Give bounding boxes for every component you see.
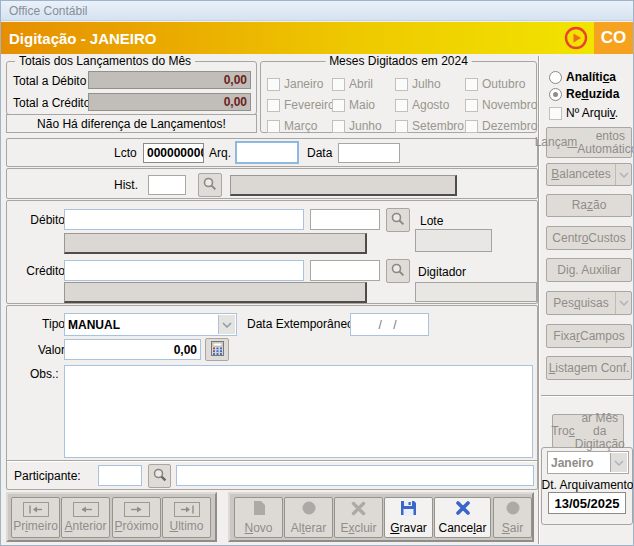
participante-separator bbox=[7, 460, 537, 462]
fixar-campos-button[interactable]: Fixar Campos bbox=[546, 324, 632, 348]
checkbox-month-agosto[interactable]: Agosto bbox=[395, 98, 449, 112]
debit-search-button[interactable] bbox=[386, 208, 410, 232]
balance-status: Não Há diferença de Lançamentos! bbox=[6, 114, 257, 133]
checkbox-month-marco[interactable]: Março bbox=[267, 119, 317, 133]
checkbox-icon bbox=[332, 78, 345, 91]
search-icon bbox=[152, 467, 168, 486]
credit-label: Crédito bbox=[21, 264, 65, 278]
edit-record-icon bbox=[301, 500, 317, 519]
participante-code-input[interactable] bbox=[98, 465, 142, 486]
radio-selected-icon bbox=[549, 88, 562, 101]
data-input[interactable] bbox=[338, 143, 400, 163]
cancel-icon bbox=[455, 500, 471, 519]
checkbox-month-novembro[interactable]: Novembro bbox=[465, 98, 537, 112]
debit-credit-panel: Débito Lote Crédito Digitador bbox=[6, 200, 538, 304]
checkbox-icon bbox=[267, 120, 280, 133]
checkbox-month-fevereiro[interactable]: Fevereiro bbox=[267, 98, 335, 112]
month-select[interactable]: Janeiro bbox=[547, 451, 629, 474]
arq-label: Arq. bbox=[209, 146, 231, 160]
alterar-button[interactable]: Alterar bbox=[284, 497, 333, 538]
obs-textarea[interactable] bbox=[64, 365, 533, 458]
checkbox-month-abril[interactable]: Abril bbox=[332, 77, 373, 91]
months-legend: Meses Digitados em 2024 bbox=[325, 54, 472, 68]
radio-analitica[interactable]: Analítica bbox=[549, 70, 616, 84]
checkbox-month-julho[interactable]: Julho bbox=[395, 77, 441, 91]
lote-label: Lote bbox=[420, 214, 443, 228]
dt-arquivamento-label: Dt. Arquivamento bbox=[541, 478, 634, 492]
proximo-button[interactable]: Próximo bbox=[112, 497, 161, 538]
checkbox-month-janeiro[interactable]: Janeiro bbox=[267, 77, 323, 91]
lote-field bbox=[415, 229, 492, 252]
lcto-panel: Lcto 0000000002 Arq. Data bbox=[6, 138, 538, 167]
checkbox-icon bbox=[549, 107, 562, 120]
credit-account-input[interactable] bbox=[64, 260, 304, 281]
anterior-button[interactable]: Anterior bbox=[61, 497, 110, 538]
sair-button[interactable]: Sair bbox=[493, 497, 532, 538]
next-record-icon bbox=[124, 502, 150, 517]
participante-name-input[interactable] bbox=[176, 465, 534, 486]
credit-code-input[interactable] bbox=[310, 260, 380, 281]
obs-label: Obs.: bbox=[30, 367, 59, 381]
chevron-down-icon[interactable] bbox=[615, 292, 631, 314]
record-nav-group: Primeiro Anterior Próximo Ultimo bbox=[6, 492, 217, 542]
valor-calculator-button[interactable] bbox=[205, 338, 229, 361]
search-icon bbox=[390, 211, 406, 230]
checkbox-num-arquiv[interactable]: Nº Arquiv. bbox=[549, 106, 618, 120]
totals-legend: Totais dos Lançamentos do Mês bbox=[15, 54, 195, 68]
play-icon[interactable] bbox=[564, 26, 588, 50]
total-debit-label: Total a Débito bbox=[13, 74, 86, 88]
total-credit-label: Total a Crédito bbox=[13, 96, 90, 110]
tipo-select[interactable]: MANUAL bbox=[64, 313, 237, 336]
radio-reduzida[interactable]: Reduzida bbox=[549, 87, 619, 101]
lcto-label: Lcto bbox=[114, 146, 137, 160]
cancelar-button[interactable]: Cancelar bbox=[434, 497, 491, 538]
checkbox-month-junho[interactable]: Junho bbox=[332, 119, 382, 133]
chevron-down-icon[interactable] bbox=[218, 315, 235, 334]
trocar-mes-button[interactable]: Trocar Mês da Digitação bbox=[552, 414, 624, 448]
debit-account-input[interactable] bbox=[64, 209, 304, 230]
credit-search-button[interactable] bbox=[386, 259, 410, 283]
valor-label: Valor bbox=[31, 343, 65, 357]
tipo-label: Tipo bbox=[35, 317, 65, 331]
balancetes-button[interactable]: Balancetes bbox=[546, 163, 632, 186]
dig-auxiliar-button[interactable]: Dig. Auxiliar bbox=[546, 258, 632, 282]
pesquisas-button[interactable]: Pesquisas bbox=[546, 291, 632, 315]
checkbox-icon bbox=[465, 78, 478, 91]
lancamentos-automaticos-button[interactable]: Lançamentos Automáticos bbox=[546, 127, 632, 158]
participante-search-button[interactable] bbox=[148, 464, 171, 488]
primeiro-button[interactable]: Primeiro bbox=[11, 497, 60, 538]
checkbox-month-dezembro[interactable]: Dezembro bbox=[465, 119, 537, 133]
listagem-conf-button[interactable]: Listagem Conf. bbox=[546, 356, 632, 380]
window-title: Office Contábil bbox=[9, 4, 88, 18]
arq-input[interactable] bbox=[235, 141, 299, 164]
tipo-value: MANUAL bbox=[68, 318, 120, 332]
num-arquiv-label: Nº Arquiv. bbox=[566, 106, 618, 120]
save-icon bbox=[400, 500, 417, 519]
checkbox-icon bbox=[267, 99, 280, 112]
total-debit-value: 0,00 bbox=[88, 71, 251, 89]
lcto-input[interactable]: 0000000002 bbox=[143, 143, 204, 163]
debit-code-input[interactable] bbox=[310, 209, 380, 230]
gravar-button[interactable]: Gravar bbox=[384, 497, 433, 538]
chevron-down-icon[interactable] bbox=[610, 453, 627, 472]
hist-code-input[interactable] bbox=[148, 175, 186, 195]
chevron-down-icon[interactable] bbox=[615, 164, 631, 185]
data-ext-input[interactable]: / / bbox=[350, 313, 429, 336]
valor-input[interactable]: 0,00 bbox=[64, 339, 201, 360]
excluir-button[interactable]: Excluir bbox=[334, 497, 383, 538]
ultimo-button[interactable]: Ultimo bbox=[162, 497, 211, 538]
checkbox-icon bbox=[267, 78, 280, 91]
prev-record-icon bbox=[73, 502, 99, 517]
novo-button[interactable]: Novo bbox=[234, 497, 283, 538]
razao-button[interactable]: Razão bbox=[546, 194, 632, 217]
checkbox-month-setembro[interactable]: Setembro bbox=[395, 119, 464, 133]
totals-groupbox: Totais dos Lançamentos do Mês Total a Dé… bbox=[6, 61, 257, 115]
centro-custos-button[interactable]: Centro Custos bbox=[546, 226, 632, 250]
form-header: Digitação - JANEIRO CO bbox=[1, 22, 633, 54]
checkbox-month-outubro[interactable]: Outubro bbox=[465, 77, 525, 91]
balance-status-text: Não Há diferença de Lançamentos! bbox=[37, 117, 226, 131]
delete-record-icon bbox=[351, 501, 366, 519]
last-record-icon bbox=[174, 502, 200, 517]
checkbox-month-maio[interactable]: Maio bbox=[332, 98, 375, 112]
hist-search-button[interactable] bbox=[198, 173, 222, 197]
